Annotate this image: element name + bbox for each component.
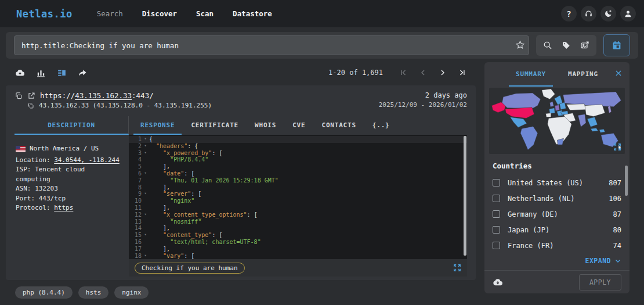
expand-response-icon[interactable] <box>453 264 461 272</box>
download-facets-icon[interactable] <box>493 277 503 288</box>
apply-button[interactable]: APPLY <box>579 274 621 290</box>
country-checkbox[interactable] <box>493 179 500 186</box>
copy-ip-icon[interactable] <box>27 102 34 109</box>
tag-pill[interactable]: php (8.4.4) <box>15 286 73 299</box>
fold-icon[interactable] <box>142 239 149 246</box>
detail-tab[interactable]: CONTACTS <box>314 116 363 135</box>
http-title-badge[interactable]: Checking if you are human <box>135 263 245 274</box>
line-number: 12 <box>129 211 142 218</box>
country-checkbox[interactable] <box>493 195 500 202</box>
chart-icon[interactable] <box>36 68 46 78</box>
fold-icon[interactable] <box>142 225 149 232</box>
dark-mode-icon[interactable] <box>600 6 616 21</box>
share-icon[interactable] <box>78 68 88 78</box>
protocol-link[interactable]: https <box>54 204 73 211</box>
code-text: ], <box>149 204 170 211</box>
result-url[interactable]: https://43.135.162.33:443/ <box>40 91 154 100</box>
search-input[interactable] <box>14 35 529 55</box>
favorite-star-icon[interactable] <box>515 40 525 52</box>
detail-tab[interactable]: {..} <box>366 116 397 135</box>
account-icon[interactable] <box>620 6 636 21</box>
fold-icon[interactable]: ▾ <box>142 136 149 143</box>
nav-item[interactable]: Datastore <box>233 9 272 18</box>
line-number: 18 <box>129 253 142 259</box>
last-page-icon[interactable] <box>454 66 471 80</box>
country-checkbox[interactable] <box>493 226 500 234</box>
detail-tab[interactable]: RESPONSE <box>133 116 182 135</box>
next-page-icon[interactable] <box>434 66 451 80</box>
copy-url-icon[interactable] <box>15 92 23 100</box>
country-checkbox[interactable] <box>493 242 500 249</box>
world-map[interactable] <box>489 88 625 154</box>
tag-icon[interactable] <box>557 37 576 54</box>
ip-link[interactable]: 43.135.162.33 <box>75 91 132 100</box>
sidebar-scrollbar[interactable] <box>625 166 628 196</box>
sidebar-tabs: SUMMARYMAPPING <box>484 62 629 87</box>
code-line: 14 ], <box>129 225 467 232</box>
response-json-viewer[interactable]: 1 ▾ { 2 ▾ "headers": { 3 ▾ <box>129 135 467 259</box>
result-date-range: 2025/12/09 - 2026/01/02 <box>379 101 467 109</box>
result-ip-row: 43.135.162.33 (43.135.128.0 - 43.135.191… <box>15 102 212 109</box>
fold-icon[interactable] <box>142 156 149 163</box>
external-link-icon[interactable] <box>27 92 35 100</box>
sidebar-tab[interactable]: SUMMARY <box>509 62 553 87</box>
fold-icon[interactable]: ▾ <box>142 253 149 259</box>
close-icon[interactable] <box>614 69 623 77</box>
fold-icon[interactable]: ▾ <box>142 191 149 198</box>
detail-tab[interactable]: CVE <box>285 116 312 135</box>
ip-range[interactable]: 43.135.162.33 (43.135.128.0 - 43.135.191… <box>39 102 212 109</box>
detail-tab[interactable]: WHOIS <box>248 116 283 135</box>
fold-icon[interactable]: ▾ <box>142 150 149 157</box>
response-column: 1 ▾ { 2 ▾ "headers": { 3 ▾ <box>129 135 467 277</box>
country-checkbox[interactable] <box>493 210 500 218</box>
country-row[interactable]: United States (US) 807 <box>493 175 621 191</box>
fold-icon[interactable] <box>142 198 149 204</box>
nav-item[interactable]: Discover <box>142 9 177 18</box>
detail-tab[interactable]: CERTIFICATE <box>184 116 245 135</box>
first-page-icon[interactable] <box>395 66 412 80</box>
location-link[interactable]: 34.0544, -118.244 <box>54 156 120 164</box>
calendar-icon[interactable] <box>603 34 630 56</box>
tag-pill[interactable]: hsts <box>78 286 109 299</box>
expand-countries-button[interactable]: EXPAND <box>484 253 629 270</box>
result-tabs: DESCRIPTION RESPONSECERTIFICATEWHOISCVEC… <box>15 116 467 135</box>
line-number: 6 <box>129 170 142 177</box>
code-text: ], <box>149 246 170 253</box>
fold-icon[interactable] <box>142 218 149 225</box>
expand-map-icon[interactable] <box>613 143 621 151</box>
country-name: France (FR) <box>508 242 553 250</box>
fold-icon[interactable]: ▾ <box>142 232 149 239</box>
line-number: 3 <box>129 150 142 157</box>
country-row[interactable]: Germany (DE) 87 <box>493 206 621 222</box>
country-name: United States (US) <box>508 179 583 187</box>
code-line: 15 ▾ "content_type": [ <box>129 232 467 239</box>
fold-icon[interactable] <box>142 163 149 170</box>
tab-description[interactable]: DESCRIPTION <box>15 116 129 135</box>
fold-icon[interactable] <box>142 177 149 184</box>
fold-icon[interactable]: ▾ <box>142 170 149 177</box>
logo[interactable]: Netlas.io <box>16 8 73 20</box>
nav-item[interactable]: Search <box>97 9 123 18</box>
prev-page-icon[interactable] <box>414 66 432 80</box>
fold-icon[interactable] <box>142 246 149 253</box>
fold-icon[interactable] <box>142 204 149 211</box>
search-icon[interactable] <box>538 37 557 54</box>
tag-pill[interactable]: nginx <box>114 286 149 299</box>
code-scrollbar[interactable] <box>464 136 466 256</box>
support-icon[interactable] <box>581 6 596 21</box>
nav-item[interactable]: Scan <box>196 9 214 18</box>
fold-icon[interactable]: ▾ <box>142 143 149 150</box>
fold-icon[interactable]: ▾ <box>142 211 149 218</box>
line-number: 17 <box>129 246 142 253</box>
download-icon[interactable] <box>15 68 25 78</box>
image-search-icon[interactable] <box>576 37 594 54</box>
help-icon[interactable]: ? <box>561 6 577 21</box>
fold-icon[interactable] <box>142 184 149 191</box>
split-view-icon[interactable] <box>57 68 67 78</box>
sidebar-tab[interactable]: MAPPING <box>561 62 605 87</box>
country-row[interactable]: Japan (JP) 80 <box>493 222 621 238</box>
country-row[interactable]: Netherlands (NL) 106 <box>493 191 621 206</box>
line-number: 14 <box>129 225 142 232</box>
country-row[interactable]: France (FR) 74 <box>493 238 621 253</box>
line-number: 15 <box>129 232 142 239</box>
